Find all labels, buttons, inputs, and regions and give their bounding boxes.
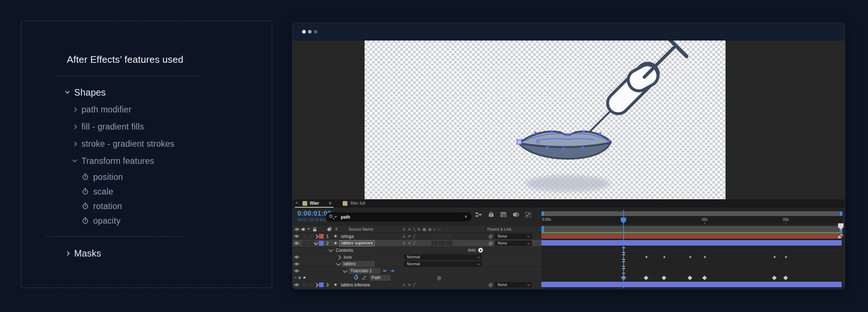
property-name[interactable]: Path: [369, 275, 391, 281]
group-row-contents[interactable]: Contents Add:: [293, 247, 541, 254]
collapse-arrow-icon[interactable]: [343, 268, 347, 273]
comp-button-icon[interactable]: [837, 233, 844, 239]
timeline-navigator-bar[interactable]: [541, 211, 842, 216]
switch-icon[interactable]: ☀: [408, 241, 411, 246]
label-tag-icon[interactable]: [327, 227, 332, 232]
solo-icon[interactable]: ●: [308, 227, 309, 231]
blend-mode-dropdown[interactable]: Normal: [404, 254, 482, 260]
label-color-swatch[interactable]: [319, 282, 324, 287]
next-keyframe-icon[interactable]: [304, 276, 306, 279]
search-clear-icon[interactable]: ×: [464, 214, 467, 219]
column-parent-link[interactable]: Parent & Link: [487, 227, 511, 231]
pickwhip-icon[interactable]: [488, 234, 493, 239]
keyframe-dot[interactable]: [663, 256, 665, 258]
switch-icon[interactable]: ⚓: [402, 227, 406, 232]
switch-icon[interactable]: ╱: [413, 234, 415, 239]
video-eye-icon[interactable]: [294, 283, 299, 286]
layer-bar-labbro-inferiore[interactable]: [541, 282, 842, 287]
tab-filler[interactable]: filler: [310, 201, 319, 206]
switch-box[interactable]: [309, 234, 314, 239]
layer-row-labbro-inferiore[interactable]: 3 labbro inferiore ⚓☀╱ None: [293, 281, 541, 288]
path-direction-icon[interactable]: [391, 268, 394, 273]
keyframe-toggle-icon[interactable]: [298, 275, 301, 280]
group-row-tracciato-1[interactable]: Tracciato 1: [293, 267, 541, 274]
group-row-labbro[interactable]: labbro Normal: [293, 261, 541, 267]
switch-icon[interactable]: ☀: [408, 234, 411, 239]
switch-icon[interactable]: ☀: [408, 282, 411, 287]
video-eye-icon[interactable]: [294, 262, 299, 266]
expand-arrow-icon[interactable]: [314, 283, 319, 288]
keyframe-diamond[interactable]: [783, 276, 788, 280]
video-eye-icon[interactable]: [294, 269, 299, 273]
audio-speaker-icon[interactable]: [301, 227, 306, 232]
time-ruler[interactable]: 0:00s02s03s: [541, 216, 842, 224]
keyframe-diamond[interactable]: [688, 276, 692, 280]
parent-dropdown[interactable]: None: [495, 240, 532, 246]
previous-keyframe-icon[interactable]: [294, 276, 296, 279]
keyframe-dot[interactable]: [646, 256, 647, 258]
switch-icon[interactable]: ⚓: [402, 234, 406, 239]
group-name[interactable]: luce: [344, 255, 352, 260]
video-eye-icon[interactable]: [294, 235, 299, 238]
keyframe-diamond[interactable]: [772, 276, 777, 280]
switch-icon[interactable]: ╲: [413, 227, 415, 232]
draft-3d-icon[interactable]: [488, 212, 494, 217]
collapse-arrow-icon[interactable]: [336, 261, 341, 266]
switch-box[interactable]: [302, 241, 308, 246]
property-row-path[interactable]: Path: [293, 274, 541, 281]
window-control-dot[interactable]: [302, 30, 306, 34]
switch-box[interactable]: [309, 282, 314, 287]
switch-icon[interactable]: ◍: [428, 227, 431, 232]
layer-bar-siringa[interactable]: [541, 233, 842, 239]
keyframe-dot[interactable]: [689, 256, 691, 258]
switch-icon[interactable]: ╱: [413, 241, 415, 246]
video-eye-icon[interactable]: [294, 228, 300, 231]
collapse-arrow-icon[interactable]: [328, 247, 333, 252]
layer-name[interactable]: siringa: [341, 234, 354, 239]
motion-blur-icon[interactable]: [513, 212, 519, 217]
switch-icon[interactable]: ◐: [434, 227, 436, 232]
tab-filler-full[interactable]: filler full: [350, 201, 365, 206]
video-eye-icon[interactable]: [294, 242, 299, 245]
add-property-icon[interactable]: [478, 248, 483, 253]
velocity-graph-icon[interactable]: [362, 276, 367, 280]
composition-mini-flowchart-icon[interactable]: [475, 212, 482, 217]
label-color-swatch[interactable]: [319, 241, 324, 246]
switch-box[interactable]: [309, 241, 314, 246]
tab-close-icon[interactable]: ×: [296, 200, 298, 205]
keyframe-diamond[interactable]: [644, 276, 648, 280]
tree-item-stroke-gradient-strokes[interactable]: stroke - gradient strokes: [21, 135, 272, 153]
switch-icon[interactable]: ╱: [413, 282, 415, 287]
tree-item-transform-features[interactable]: Transform features: [21, 153, 272, 170]
label-color-swatch[interactable]: [319, 234, 324, 239]
group-name[interactable]: Contents: [336, 248, 353, 253]
parent-dropdown[interactable]: None: [495, 234, 532, 239]
collapse-arrow-icon[interactable]: [313, 240, 318, 245]
video-eye-icon[interactable]: [294, 255, 299, 259]
window-control-dot[interactable]: [314, 30, 317, 34]
window-titlebar[interactable]: [293, 23, 845, 41]
expand-arrow-icon[interactable]: [336, 255, 341, 260]
switch-box[interactable]: [302, 234, 308, 239]
layer-row-labbro-superiore[interactable]: 2 labbro superiore ⚓☀╱ None: [293, 240, 541, 247]
search-options-caret-icon[interactable]: [334, 216, 337, 218]
column-number[interactable]: #: [335, 227, 338, 231]
path-direction-icon[interactable]: [383, 268, 387, 273]
work-area-bar[interactable]: [541, 226, 842, 232]
keyframe-dot[interactable]: [785, 256, 787, 258]
tree-item-masks[interactable]: Masks: [21, 245, 272, 262]
parent-dropdown[interactable]: None: [495, 282, 532, 288]
pickwhip-icon[interactable]: [488, 241, 493, 246]
switch-icon[interactable]: ⚓: [402, 282, 406, 287]
frame-blending-icon[interactable]: [500, 212, 506, 217]
tree-item-shapes[interactable]: Shapes: [21, 84, 272, 101]
switch-icon[interactable]: ⚓: [402, 241, 406, 246]
tree-item-path-modifier[interactable]: path modifier: [21, 101, 272, 118]
keyframe-dot[interactable]: [774, 256, 776, 258]
switch-icon[interactable]: □: [438, 227, 440, 232]
keyframe-diamond[interactable]: [702, 276, 707, 280]
expand-arrow-icon[interactable]: [314, 234, 319, 239]
tab-menu-icon[interactable]: ≡: [329, 201, 331, 206]
group-name[interactable]: Tracciato 1: [348, 268, 380, 274]
switch-box[interactable]: [302, 282, 308, 287]
